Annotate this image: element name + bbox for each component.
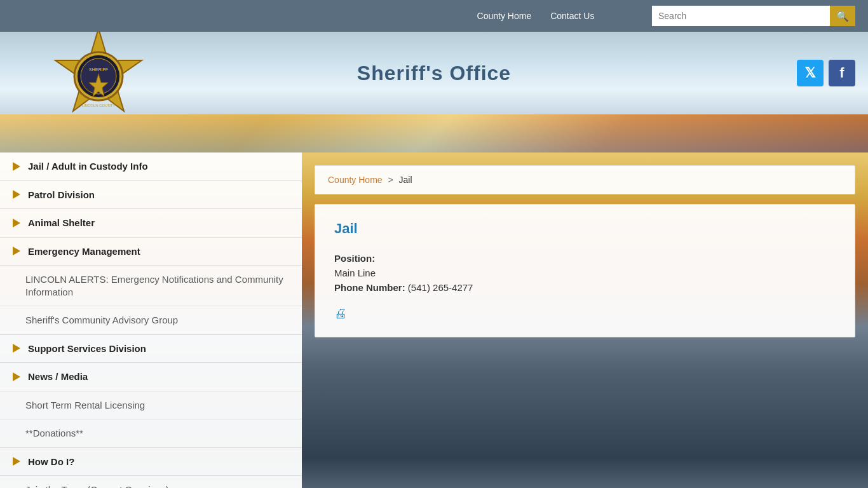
phone-label: Phone Number:	[334, 282, 405, 293]
social-icons: 𝕏 f	[797, 60, 855, 86]
sidebar-item-label: How Do I?	[28, 456, 74, 468]
breadcrumb-separator: >	[388, 175, 393, 185]
search-button[interactable]: 🔍	[830, 6, 855, 26]
sidebar-item-patrol[interactable]: Patrol Division	[0, 181, 302, 210]
sidebar: Jail / Adult in Custody Info Patrol Divi…	[0, 152, 302, 488]
svg-text:SHERIFF: SHERIFF	[89, 67, 109, 72]
page-title: Sheriff's Office	[357, 62, 511, 85]
twitter-link[interactable]: 𝕏	[797, 60, 824, 86]
facebook-link[interactable]: f	[829, 60, 855, 86]
sidebar-item-jail[interactable]: Jail / Adult in Custody Info	[0, 152, 302, 181]
arrow-icon	[13, 372, 20, 381]
sidebar-item-label: Join the Team (Current Openings)	[25, 484, 169, 488]
position-value-row: Main Line	[334, 268, 836, 278]
arrow-icon	[13, 162, 20, 171]
top-nav: County Home Contact Us 🔍	[0, 0, 868, 32]
phone-value: (541) 265-4277	[408, 282, 473, 293]
sidebar-item-label: Patrol Division	[28, 189, 95, 201]
arrow-icon	[13, 190, 20, 199]
arrow-icon	[13, 247, 20, 255]
jail-info-card: Jail Position: Main Line Phone Number: (…	[315, 204, 855, 337]
search-area: 🔍	[652, 6, 855, 26]
print-button[interactable]: 🖨	[334, 306, 347, 321]
sidebar-item-label: Support Services Division	[28, 342, 146, 355]
sidebar-item-support[interactable]: Support Services Division	[0, 335, 302, 363]
contact-us-link[interactable]: Contact Us	[550, 11, 594, 21]
sidebar-item-lincoln-alerts[interactable]: LINCOLN ALERTS: Emergency Notifications …	[0, 266, 302, 306]
sidebar-item-label: News / Media	[28, 370, 88, 383]
breadcrumb-home-link[interactable]: County Home	[328, 175, 383, 185]
sidebar-item-label: Animal Shelter	[28, 217, 95, 229]
arrow-icon	[13, 219, 20, 227]
county-home-link[interactable]: County Home	[477, 11, 532, 21]
sidebar-item-advisory[interactable]: Sheriff's Community Advisory Group	[0, 306, 302, 335]
search-icon: 🔍	[836, 10, 849, 22]
top-nav-links: County Home Contact Us	[477, 11, 595, 21]
sidebar-item-label: Short Term Rental Licensing	[25, 399, 145, 412]
hero-image	[0, 114, 868, 152]
breadcrumb: County Home > Jail	[315, 165, 855, 194]
sheriff-badge-icon: SHERIFF LINCOLN COUNTY	[48, 25, 149, 127]
sidebar-item-label: Emergency Management	[28, 245, 140, 258]
svg-text:LINCOLN COUNTY: LINCOLN COUNTY	[81, 104, 115, 107]
position-label: Position:	[334, 253, 375, 264]
header: SHERIFF LINCOLN COUNTY Sheriff's Office …	[0, 32, 868, 114]
jail-card-title: Jail	[334, 220, 836, 237]
breadcrumb-current: Jail	[399, 175, 412, 185]
sidebar-item-donations[interactable]: **Donations**	[0, 419, 302, 448]
sidebar-item-label: Jail / Adult in Custody Info	[28, 160, 148, 173]
twitter-icon: 𝕏	[804, 65, 816, 81]
sidebar-item-emergency[interactable]: Emergency Management	[0, 238, 302, 266]
content-area: County Home > Jail Jail Position: Main L…	[302, 152, 868, 488]
sidebar-item-label: Sheriff's Community Advisory Group	[25, 314, 178, 327]
search-input[interactable]	[652, 6, 830, 26]
position-value: Main Line	[334, 268, 376, 278]
position-row: Position:	[334, 253, 836, 264]
sidebar-item-news[interactable]: News / Media	[0, 363, 302, 391]
sidebar-item-howdoi[interactable]: How Do I?	[0, 448, 302, 477]
facebook-icon: f	[839, 65, 844, 81]
sidebar-item-rental[interactable]: Short Term Rental Licensing	[0, 391, 302, 420]
printer-icon: 🖨	[334, 306, 347, 320]
phone-row: Phone Number: (541) 265-4277	[334, 282, 836, 293]
sidebar-item-animal[interactable]: Animal Shelter	[0, 209, 302, 238]
arrow-icon	[13, 344, 20, 353]
sidebar-item-label: **Donations**	[25, 427, 83, 440]
main-wrapper: Jail / Adult in Custody Info Patrol Divi…	[0, 152, 868, 488]
sidebar-item-label: LINCOLN ALERTS: Emergency Notifications …	[25, 273, 289, 298]
sidebar-item-openings[interactable]: Join the Team (Current Openings)	[0, 476, 302, 488]
arrow-icon	[13, 457, 20, 466]
